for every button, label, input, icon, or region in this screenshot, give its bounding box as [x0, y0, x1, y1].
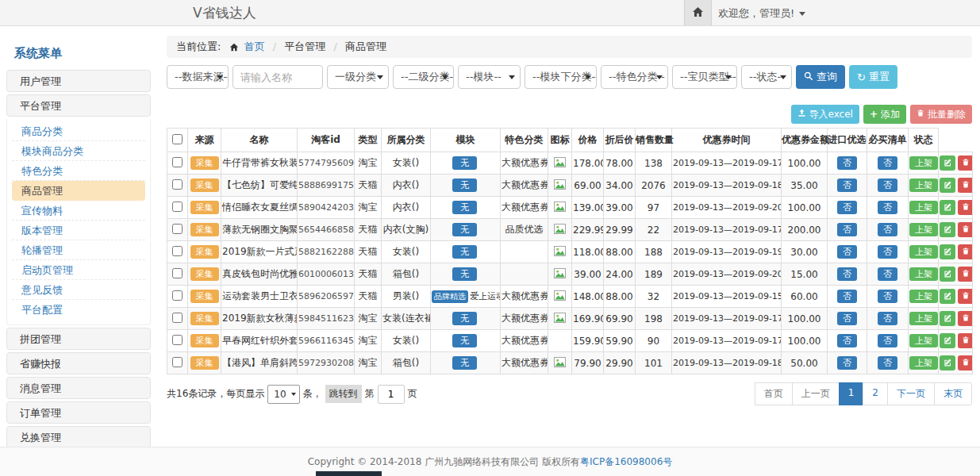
edit-button[interactable]	[940, 222, 955, 237]
search-button[interactable]: 查询	[796, 65, 845, 89]
must-buy-badge[interactable]: 否	[878, 245, 897, 259]
sidebar-item[interactable]: 消息管理	[6, 377, 151, 399]
must-buy-badge[interactable]: 否	[878, 267, 897, 281]
row-checkbox[interactable]	[172, 202, 183, 212]
delete-button[interactable]	[958, 311, 973, 326]
must-buy-badge[interactable]: 否	[878, 356, 897, 370]
filter-select-module-sub[interactable]: --模块下分类--	[525, 65, 597, 89]
delete-button[interactable]	[958, 178, 973, 193]
edit-button[interactable]	[940, 244, 955, 259]
import-optional-badge[interactable]: 否	[837, 334, 857, 347]
must-buy-badge[interactable]: 否	[878, 201, 897, 214]
home-button[interactable]	[684, 0, 712, 25]
sidebar-item[interactable]: 省赚快报	[6, 352, 151, 374]
row-checkbox[interactable]	[172, 246, 183, 256]
sidebar-item-platform-mgmt[interactable]: 平台管理	[6, 94, 151, 117]
sidebar-item[interactable]: 兑换管理	[6, 426, 151, 447]
import-optional-badge[interactable]: 否	[837, 312, 857, 325]
icp-link[interactable]: 粤ICP备16098006号	[580, 456, 672, 467]
page-button[interactable]: 2	[863, 382, 888, 405]
import-optional-badge[interactable]: 否	[837, 356, 857, 370]
import-excel-button[interactable]: 导入excel	[791, 105, 859, 124]
row-checkbox[interactable]	[172, 268, 183, 278]
status-badge[interactable]: 上架	[909, 245, 938, 259]
row-checkbox[interactable]	[172, 335, 183, 345]
must-buy-badge[interactable]: 否	[878, 290, 897, 303]
add-button[interactable]: + 添加	[863, 105, 906, 124]
edit-button[interactable]	[940, 178, 955, 193]
delete-button[interactable]	[958, 289, 973, 304]
import-optional-badge[interactable]: 否	[837, 201, 857, 214]
delete-button[interactable]	[958, 267, 973, 282]
row-checkbox[interactable]	[172, 313, 183, 323]
status-badge[interactable]: 上架	[909, 356, 938, 370]
user-menu[interactable]: 欢迎您，管理员!	[718, 0, 805, 26]
sidebar-item-user-mgmt[interactable]: 用户管理	[6, 70, 151, 92]
must-buy-badge[interactable]: 否	[878, 156, 897, 170]
must-buy-badge[interactable]: 否	[878, 312, 897, 325]
filter-select-level2-category[interactable]: --二级分类--	[393, 65, 454, 89]
filter-select-data-source[interactable]: --数据来源--	[167, 65, 229, 89]
filter-select-status[interactable]: --状态--	[741, 65, 792, 89]
sidebar-subitem[interactable]: 轮播管理	[12, 240, 145, 260]
breadcrumb-home-link[interactable]: 首页	[244, 40, 265, 52]
import-optional-badge[interactable]: 否	[837, 267, 857, 281]
status-badge[interactable]: 上架	[909, 290, 938, 303]
sidebar-subitem[interactable]: 意见反馈	[12, 280, 145, 300]
import-optional-badge[interactable]: 否	[837, 290, 857, 303]
status-badge[interactable]: 上架	[909, 223, 938, 236]
name-search-input[interactable]	[233, 65, 323, 89]
row-checkbox[interactable]	[172, 179, 183, 190]
status-badge[interactable]: 上架	[909, 178, 938, 192]
filter-select-module[interactable]: --模块--	[458, 65, 521, 89]
filter-select-item-type[interactable]: --宝贝类型--	[672, 65, 737, 89]
edit-button[interactable]	[940, 355, 955, 370]
sidebar-subitem[interactable]: 宣传物料	[12, 201, 145, 221]
delete-button[interactable]	[958, 222, 973, 237]
status-badge[interactable]: 上架	[909, 201, 938, 214]
import-optional-badge[interactable]: 否	[837, 223, 857, 236]
row-checkbox[interactable]	[172, 357, 183, 367]
page-button[interactable]: 上一页	[792, 382, 840, 405]
edit-button[interactable]	[940, 267, 955, 282]
filter-select-level1-category[interactable]: 一级分类	[327, 65, 389, 89]
row-checkbox[interactable]	[172, 290, 183, 301]
reset-button[interactable]: ↻ 重置	[849, 65, 897, 89]
sidebar-subitem[interactable]: 版本管理	[12, 221, 145, 240]
edit-button[interactable]	[940, 155, 955, 171]
filter-select-feature-category[interactable]: --特色分类--	[601, 65, 668, 89]
delete-button[interactable]	[958, 155, 973, 171]
row-checkbox[interactable]	[172, 224, 183, 234]
sidebar-subitem[interactable]: 平台配置	[12, 300, 145, 320]
edit-button[interactable]	[940, 289, 955, 304]
sidebar-item[interactable]: 订单管理	[6, 401, 151, 424]
page-button[interactable]: 1	[839, 382, 864, 405]
page-button[interactable]: 下一页	[887, 382, 935, 405]
import-optional-badge[interactable]: 否	[837, 178, 857, 192]
sidebar-item[interactable]: 拼团管理	[6, 328, 151, 350]
sidebar-subitem[interactable]: 模块商品分类	[12, 141, 145, 161]
row-checkbox[interactable]	[172, 157, 183, 167]
must-buy-badge[interactable]: 否	[878, 223, 897, 236]
per-page-select[interactable]: 10	[267, 385, 299, 404]
sidebar-subitem[interactable]: 特色分类	[12, 161, 145, 181]
delete-button[interactable]	[958, 200, 973, 215]
status-badge[interactable]: 上架	[909, 267, 938, 281]
import-optional-badge[interactable]: 否	[837, 245, 857, 259]
page-button[interactable]: 首页	[755, 382, 793, 405]
batch-delete-button[interactable]: 批量删除	[910, 105, 972, 124]
sidebar-subitem[interactable]: 商品分类	[12, 121, 145, 141]
delete-button[interactable]	[958, 244, 973, 259]
delete-button[interactable]	[958, 333, 973, 348]
page-button[interactable]: 末页	[934, 382, 972, 405]
status-badge[interactable]: 上架	[909, 334, 938, 347]
must-buy-badge[interactable]: 否	[878, 178, 897, 192]
edit-button[interactable]	[940, 311, 955, 326]
sidebar-subitem[interactable]: 启动页管理	[12, 260, 145, 280]
select-all-checkbox[interactable]	[172, 134, 183, 144]
import-optional-badge[interactable]: 否	[837, 156, 857, 170]
delete-button[interactable]	[958, 355, 973, 370]
status-badge[interactable]: 上架	[909, 156, 938, 170]
status-badge[interactable]: 上架	[909, 312, 938, 325]
page-number-input[interactable]	[378, 385, 405, 404]
